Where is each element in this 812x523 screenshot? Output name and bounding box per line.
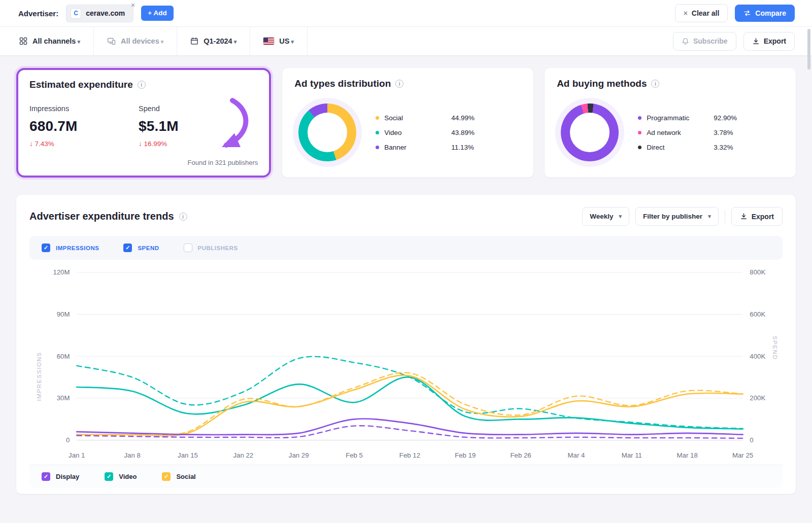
ad-buying-donut-chart[interactable]	[561, 103, 619, 161]
checkbox-icon	[42, 243, 50, 252]
subscribe-label: Subscribe	[693, 38, 728, 45]
legend-value: 11.13%	[451, 144, 474, 151]
direct-dot-icon	[638, 146, 641, 149]
country-dropdown[interactable]: US	[250, 27, 308, 55]
legend-item[interactable]: Ad network 3.78%	[638, 129, 784, 136]
summary-cards-row: Estimated expenditure Impressions 680.7M…	[16, 68, 796, 178]
ad-types-title: Ad types distribution	[294, 78, 391, 89]
country-label: US	[279, 37, 294, 45]
publishers-toggle[interactable]: PUBLISHERS	[184, 243, 238, 252]
spend-toggle[interactable]: SPEND	[123, 243, 159, 252]
info-icon[interactable]	[179, 213, 187, 221]
clear-all-button[interactable]: Clear all	[675, 4, 728, 22]
legend-item[interactable]: Video 43.89%	[376, 129, 521, 136]
legend-label: Programmatic	[647, 114, 708, 122]
cerave-favicon-icon: C	[71, 8, 81, 19]
svg-text:Mar 11: Mar 11	[622, 451, 642, 459]
trends-controls: Weekly Filter by publisher Export	[582, 207, 783, 226]
svg-text:200K: 200K	[750, 394, 765, 402]
subscribe-button[interactable]: Subscribe	[673, 32, 736, 51]
info-icon[interactable]	[138, 81, 146, 89]
svg-text:60M: 60M	[57, 353, 70, 360]
main-content: Estimated expenditure Impressions 680.7M…	[0, 56, 812, 494]
add-advertiser-button[interactable]: + Add	[141, 6, 173, 21]
ad-buying-card: Ad buying methods Programmatic 92.90% Ad…	[545, 68, 796, 178]
display-series-toggle[interactable]: Display	[42, 472, 79, 481]
svg-text:IMPRESSIONS: IMPRESSIONS	[36, 352, 42, 401]
legend-item[interactable]: Programmatic 92.90%	[638, 114, 784, 122]
legend-item[interactable]: Direct 3.32%	[638, 144, 784, 151]
checkbox-icon	[123, 243, 132, 252]
clear-all-label: Clear all	[692, 10, 719, 17]
us-flag-icon	[263, 38, 274, 45]
impressions-toggle[interactable]: IMPRESSIONS	[42, 243, 99, 252]
export-label: Export	[764, 38, 786, 45]
info-icon[interactable]	[395, 80, 403, 88]
programmatic-dot-icon	[638, 116, 641, 120]
video-series-toggle[interactable]: Video	[105, 472, 137, 481]
video-dot-icon	[376, 131, 379, 134]
display-checkbox-icon	[42, 472, 50, 481]
compare-icon	[743, 10, 751, 17]
estimated-expenditure-title: Estimated expenditure	[29, 79, 133, 90]
svg-text:Feb 12: Feb 12	[399, 451, 420, 459]
svg-text:SPEND: SPEND	[772, 336, 779, 360]
remove-advertiser-icon[interactable]	[131, 1, 135, 10]
checkbox-icon	[184, 243, 192, 252]
info-icon[interactable]	[651, 80, 659, 88]
legend-label: Ad network	[647, 129, 708, 136]
devices-dropdown[interactable]: All devices	[94, 27, 177, 55]
expenditure-trends-chart[interactable]: 030M60M90M120M0200K400K600K800KJan 1Jan …	[29, 264, 783, 464]
series-label: Video	[119, 473, 137, 480]
expenditure-stats: Impressions 680.7M ↓ 7.43% Spend $5.1M ↓…	[29, 104, 258, 148]
bell-icon	[682, 38, 689, 45]
ad-types-legend: Social 44.99% Video 43.89% Banner 11.13%	[376, 114, 521, 151]
social-dot-icon	[376, 116, 379, 120]
filter-by-publisher-dropdown[interactable]: Filter by publisher	[635, 207, 719, 226]
toolbar-actions: Subscribe Export	[673, 32, 812, 51]
impressions-value: 680.7M	[29, 118, 139, 134]
compare-label: Compare	[755, 10, 786, 17]
period-dropdown[interactable]: Q1-2024	[177, 27, 250, 55]
svg-text:Mar 4: Mar 4	[568, 451, 585, 459]
ad-buying-title: Ad buying methods	[557, 78, 647, 89]
trends-export-button[interactable]: Export	[731, 207, 783, 226]
channels-dropdown[interactable]: All channels	[0, 27, 94, 55]
scrollbar-thumb[interactable]	[807, 29, 810, 69]
svg-text:120M: 120M	[53, 268, 70, 276]
advertiser-area: Advertiser: C cerave.com + Add	[18, 5, 174, 22]
publishers-footnote: Found in 321 publishers	[29, 159, 258, 166]
granularity-dropdown[interactable]: Weekly	[582, 207, 629, 226]
video-checkbox-icon	[105, 472, 113, 481]
svg-text:Feb 26: Feb 26	[511, 451, 531, 459]
export-button[interactable]: Export	[743, 32, 795, 51]
ad-types-donut-chart[interactable]	[298, 103, 356, 161]
trends-title: Advertiser expenditure trends	[29, 211, 174, 222]
svg-text:Mar 18: Mar 18	[677, 451, 698, 459]
svg-text:400K: 400K	[750, 353, 765, 360]
advertiser-chip[interactable]: C cerave.com	[66, 5, 133, 22]
legend-label: Video	[384, 129, 446, 136]
legend-item[interactable]: Banner 11.13%	[376, 144, 521, 151]
topbar: Advertiser: C cerave.com + Add Clear all…	[0, 0, 812, 27]
svg-text:Jan 29: Jan 29	[289, 451, 309, 459]
impressions-stat: Impressions 680.7M ↓ 7.43%	[29, 104, 139, 148]
svg-text:Jan 15: Jan 15	[178, 451, 198, 459]
calendar-icon	[190, 37, 198, 45]
svg-text:0: 0	[750, 436, 753, 444]
series-label: Display	[56, 473, 79, 480]
ad-types-card: Ad types distribution Social 44.99% Vide…	[282, 68, 533, 178]
advertiser-domain: cerave.com	[86, 9, 125, 17]
svg-text:90M: 90M	[57, 310, 70, 318]
trends-line-chart-svg: 030M60M90M120M0200K400K600K800KJan 1Jan …	[29, 264, 783, 464]
legend-item[interactable]: Social 44.99%	[376, 114, 521, 122]
download-icon	[740, 213, 748, 220]
topbar-actions: Clear all Compare	[675, 4, 795, 22]
svg-text:30M: 30M	[57, 394, 70, 402]
svg-text:Mar 25: Mar 25	[732, 451, 753, 459]
social-checkbox-icon	[162, 472, 171, 481]
social-series-toggle[interactable]: Social	[162, 472, 195, 481]
compare-button[interactable]: Compare	[735, 5, 795, 22]
spend-change: ↓ 16.99%	[139, 140, 248, 148]
metric-toggles: IMPRESSIONS SPEND PUBLISHERS	[29, 236, 783, 260]
